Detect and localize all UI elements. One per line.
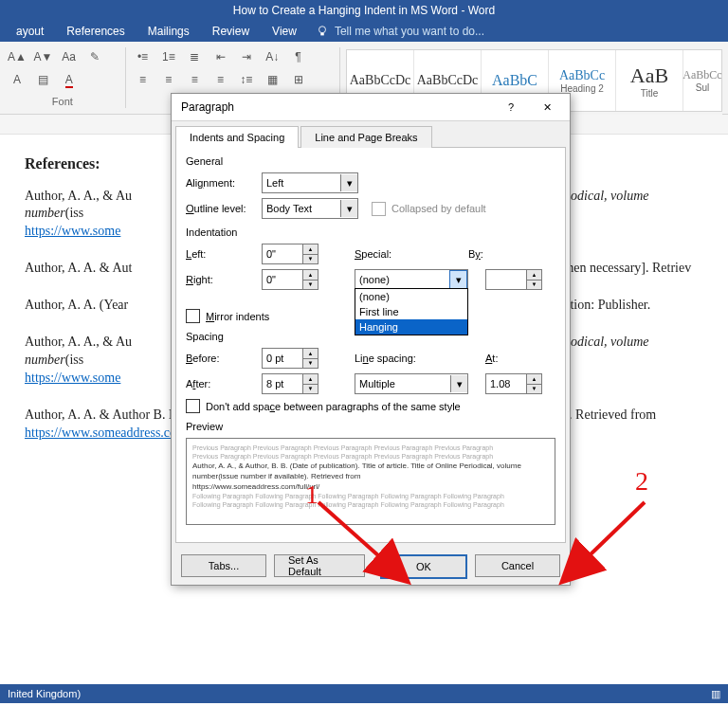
bullets-icon[interactable]: •≡ [133, 46, 154, 67]
tell-me[interactable]: Tell me what you want to do... [308, 25, 484, 38]
doc-link[interactable]: https://www.some [25, 224, 120, 238]
status-language[interactable]: Inited Kingdom) [8, 688, 81, 699]
special-combo[interactable]: (none)▾ (none) First line Hanging [355, 269, 468, 290]
label-outline: Outline level: [186, 203, 262, 214]
label-line-spacing: Line spacing: [355, 353, 485, 364]
tab-view[interactable]: View [261, 25, 308, 38]
ok-button[interactable]: OK [380, 554, 467, 579]
label-mirror: Mirror indents [206, 311, 269, 322]
at-spinner[interactable]: 1.08▲▼ [485, 373, 542, 394]
chevron-down-icon: ▾ [450, 375, 467, 392]
label-dont-add: Don't add space between paragraphs of th… [206, 401, 461, 412]
ribbon-tabs: ayout References Mailings Review View Te… [0, 21, 728, 42]
paragraph-dialog: Paragraph ? ✕ Indents and Spacing Line a… [171, 93, 571, 586]
space-before-spinner[interactable]: 0 pt▲▼ [262, 348, 318, 369]
special-dropdown: (none) First line Hanging [355, 288, 468, 335]
section-general: General [186, 155, 555, 167]
line-spacing-combo[interactable]: Multiple▾ [355, 373, 468, 394]
indent-left-spinner[interactable]: 0"▲▼ [262, 244, 318, 264]
label-collapsed: Collapsed by default [391, 203, 486, 214]
label-special: Special: [355, 248, 468, 260]
chevron-down-icon: ▾ [449, 270, 467, 289]
shading-icon[interactable]: ▦ [262, 69, 282, 90]
outline-level-combo[interactable]: Body Text▾ [262, 198, 358, 219]
svg-point-0 [318, 27, 325, 33]
align-left-icon[interactable]: ≡ [133, 69, 154, 90]
annotation-number-2: 2 [635, 468, 648, 495]
label-left: Left: [186, 248, 262, 260]
label-before: Before: [186, 353, 262, 364]
style-title[interactable]: AaBTitle [616, 50, 683, 111]
section-indentation: Indentation [186, 226, 555, 238]
tab-mailings[interactable]: Mailings [136, 25, 201, 38]
change-case-icon[interactable]: Aa [59, 46, 80, 67]
group-font-label: Font [6, 92, 119, 111]
indent-right-spinner[interactable]: 0"▲▼ [262, 269, 318, 290]
tab-indents-spacing[interactable]: Indents and Spacing [175, 126, 299, 148]
space-after-spinner[interactable]: 8 pt▲▼ [262, 373, 318, 394]
special-option-firstline[interactable]: First line [355, 304, 467, 319]
tell-me-text: Tell me what you want to do... [335, 25, 484, 38]
close-button[interactable]: ✕ [530, 96, 564, 118]
text-effects-icon[interactable]: A [7, 69, 27, 90]
by-spinner[interactable]: ▲▼ [485, 269, 542, 290]
help-icon: ? [508, 101, 514, 113]
align-right-icon[interactable]: ≡ [184, 69, 205, 90]
alignment-combo[interactable]: Left▾ [262, 172, 358, 193]
borders-icon[interactable]: ⊞ [288, 69, 309, 90]
sort-icon[interactable]: A↓ [262, 46, 282, 67]
decrease-indent-icon[interactable]: ⇤ [210, 46, 231, 67]
annotation-number-1: 1 [305, 481, 318, 508]
label-right: Right: [186, 274, 262, 285]
special-option-none[interactable]: (none) [355, 289, 467, 304]
label-by: By: [468, 248, 506, 260]
chevron-down-icon: ▾ [340, 174, 357, 191]
label-after: After: [186, 378, 262, 389]
multilevel-icon[interactable]: ≣ [184, 46, 205, 67]
numbering-icon[interactable]: 1≡ [158, 46, 179, 67]
clear-format-icon[interactable]: ✎ [84, 46, 105, 67]
show-marks-icon[interactable]: ¶ [288, 46, 309, 67]
dialog-title: Paragraph [181, 100, 234, 114]
set-as-default-button[interactable]: Set As Default [274, 554, 365, 577]
increase-indent-icon[interactable]: ⇥ [236, 46, 257, 67]
highlight-icon[interactable]: ▤ [32, 69, 53, 90]
mirror-indents-checkbox[interactable] [186, 309, 200, 323]
line-spacing-icon[interactable]: ↕≡ [236, 69, 257, 90]
dont-add-space-checkbox[interactable] [186, 399, 200, 413]
lightbulb-icon [316, 25, 329, 38]
preview-box: Previous Paragraph Previous Paragraph Pr… [186, 438, 555, 525]
font-size-shrink-icon[interactable]: A▼ [32, 46, 53, 67]
view-controls-icon[interactable]: ▥ [711, 688, 720, 700]
cancel-button[interactable]: Cancel [475, 554, 560, 577]
window-title: How to Create a Hanging Indent in MS Wor… [0, 0, 728, 21]
tab-line-page-breaks[interactable]: Line and Page Breaks [300, 126, 431, 148]
svg-rect-1 [320, 33, 324, 36]
status-bar: Inited Kingdom) ▥ [0, 684, 728, 703]
doc-link[interactable]: https://www.some [25, 371, 120, 385]
align-center-icon[interactable]: ≡ [158, 69, 179, 90]
label-at: At: [485, 353, 523, 364]
style-subtitle[interactable]: AaBbCcSul [683, 50, 721, 111]
collapsed-checkbox [372, 202, 386, 216]
label-alignment: Alignment: [186, 177, 262, 189]
tab-layout[interactable]: ayout [5, 25, 55, 38]
chevron-down-icon: ▾ [340, 200, 357, 217]
close-icon: ✕ [543, 101, 552, 114]
help-button[interactable]: ? [494, 96, 528, 118]
font-color-icon[interactable]: A [59, 70, 80, 91]
font-size-grow-icon[interactable]: A▲ [7, 46, 27, 67]
tabs-button[interactable]: Tabs... [181, 554, 266, 577]
special-option-hanging[interactable]: Hanging [355, 319, 467, 335]
tab-review[interactable]: Review [201, 25, 261, 38]
section-preview: Preview [186, 421, 555, 432]
tab-references[interactable]: References [55, 25, 136, 38]
justify-icon[interactable]: ≡ [210, 69, 231, 90]
